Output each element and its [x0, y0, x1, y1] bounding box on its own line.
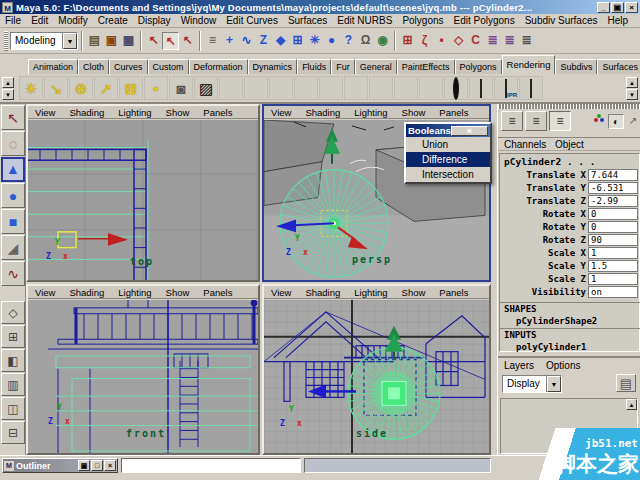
layout-single-pane-button[interactable]: ◇ [1, 301, 25, 324]
viewport-front[interactable]: View Shading Lighting Show Panels [26, 284, 260, 455]
paint-canvas-icon[interactable]: ▨ [194, 76, 218, 100]
toolbar-grip[interactable] [4, 31, 8, 51]
input-node-name[interactable]: polyCylinder1 [516, 342, 586, 352]
phong-material-icon[interactable] [294, 76, 318, 100]
channel-value-field[interactable]: -2.99 [588, 195, 638, 207]
directional-light-icon[interactable]: ⊕ [69, 76, 93, 100]
vp-menu-show[interactable]: Show [159, 287, 197, 298]
select-hierarchy-icon[interactable]: ↖ [145, 32, 162, 50]
menu-edit-curves[interactable]: Edit Curves [221, 15, 283, 26]
close-button[interactable]: × [625, 2, 638, 13]
snap-to-curves-icon[interactable]: ζ [416, 32, 433, 50]
shelf-tab-animation[interactable]: Animation [28, 59, 78, 74]
speed-slow-icon[interactable]: ◐ [608, 114, 624, 129]
shelf-tab-general[interactable]: General [355, 59, 397, 74]
menu-surfaces[interactable]: Surfaces [283, 15, 332, 26]
vp-menu-lighting[interactable]: Lighting [111, 107, 158, 118]
blinn-material-icon[interactable] [244, 76, 268, 100]
shape-name[interactable]: pCylinderShape2 [516, 316, 597, 326]
pickmask-surfaces-icon[interactable]: ◆ [272, 32, 289, 50]
menu-edit-nurbs[interactable]: Edit NURBS [332, 15, 397, 26]
construction-history-icon[interactable]: ≣ [518, 32, 535, 50]
pickmask-points-icon[interactable]: + [221, 32, 238, 50]
pickmask-curves-icon[interactable]: ∿ [238, 32, 255, 50]
shelf-tab-polygons[interactable]: Polygons [455, 59, 502, 74]
vp-menu-view[interactable]: View [264, 107, 298, 118]
layout-hypergraph-button[interactable]: ◫ [1, 397, 25, 420]
channel-colors-icon[interactable] [594, 118, 598, 122]
vp-menu-shading[interactable]: Shading [298, 107, 347, 118]
menu-window[interactable]: Window [176, 15, 222, 26]
select-tool-icon[interactable]: ↖ [1, 105, 25, 130]
shelf-scroll-up-icon[interactable]: ▲ [626, 77, 638, 88]
menu-display[interactable]: Display [133, 15, 176, 26]
shelf-tab-custom[interactable]: Custom [148, 59, 189, 74]
menu-set-selector[interactable]: Modeling ▼ [10, 32, 78, 50]
channel-manip-all-button[interactable]: ≡ [549, 111, 571, 131]
channel-value-field[interactable]: 0 [588, 221, 638, 233]
channel-value-field[interactable]: 1.5 [588, 260, 638, 272]
menu-item-union[interactable]: Union [406, 137, 490, 152]
shelf-tab-curves[interactable]: Curves [109, 59, 148, 74]
lock-icon[interactable]: Ω [357, 32, 374, 50]
booleans-menu-titlebar[interactable]: Booleans × [406, 124, 490, 137]
layout-persp-graph-button[interactable]: ▥ [1, 373, 25, 396]
camera-icon[interactable]: ◙ [169, 76, 193, 100]
pickmask-expand-icon[interactable]: ≡ [204, 32, 221, 50]
channel-value-field[interactable]: 1 [588, 247, 638, 259]
vp-menu-view[interactable]: View [28, 287, 62, 298]
channel-manip-default-button[interactable]: ≡ [525, 111, 547, 131]
vp-menu-panels[interactable]: Panels [196, 107, 239, 118]
vp-menu-view[interactable]: View [28, 107, 62, 118]
menu-item-difference[interactable]: Difference [406, 152, 490, 167]
shading-map-icon[interactable] [444, 76, 468, 100]
channel-value-field[interactable]: -6.531 [588, 182, 638, 194]
menu-subdiv-surfaces[interactable]: Subdiv Surfaces [520, 15, 603, 26]
channel-value-field[interactable]: 7.644 [588, 169, 638, 181]
phonge-material-icon[interactable] [319, 76, 343, 100]
scroll-up-icon[interactable]: ▲ [626, 399, 637, 410]
vp-menu-panels[interactable]: Panels [432, 107, 475, 118]
surface-shader-icon[interactable] [394, 76, 418, 100]
shelf-tab-deformation[interactable]: Deformation [189, 59, 248, 74]
shelf-tab-rendering[interactable]: Rendering [502, 55, 556, 74]
show-manipulator-tool-icon[interactable]: ◢ [1, 235, 25, 260]
vp-menu-shading[interactable]: Shading [298, 287, 347, 298]
menu-edit-polygons[interactable]: Edit Polygons [449, 15, 520, 26]
scale-tool-icon[interactable]: ■ [1, 209, 25, 234]
panel-grip[interactable] [498, 104, 640, 109]
pickmask-curves2-icon[interactable]: Z [255, 32, 272, 50]
shelf-tab-fur[interactable]: Fur [331, 59, 355, 74]
options-menu[interactable]: Options [546, 360, 580, 371]
vp-menu-show[interactable]: Show [395, 107, 433, 118]
ramp-shader-icon[interactable] [369, 76, 393, 100]
snap-to-points-icon[interactable]: • [433, 32, 450, 50]
pickmask-misc-icon[interactable]: ? [340, 32, 357, 50]
channel-value-field[interactable]: 90 [588, 234, 638, 246]
shelf-next-icon[interactable]: ▼ [2, 89, 14, 100]
ipr-render-icon[interactable]: IPR [494, 76, 518, 100]
viewport-side[interactable]: View Shading Lighting Show Panels [262, 284, 491, 455]
shelf-tab-subdivs[interactable]: Subdivs [555, 59, 597, 74]
maximize-icon[interactable]: □ [91, 460, 103, 471]
menu-file[interactable]: File [0, 15, 26, 26]
spot-light-icon[interactable]: ↘ [44, 76, 68, 100]
vp-menu-lighting[interactable]: Lighting [347, 107, 394, 118]
select-component-icon[interactable]: ↖ [179, 32, 196, 50]
new-scene-icon[interactable]: ▤ [86, 32, 103, 50]
shelf-tab-fluids[interactable]: Fluids [297, 59, 331, 74]
move-tool-icon[interactable]: ▲ [1, 157, 25, 182]
shelf-scroll-down-icon[interactable]: ▼ [626, 89, 638, 100]
area-light-icon[interactable]: ↗ [94, 76, 118, 100]
menu-modify[interactable]: Modify [53, 15, 92, 26]
restore-button[interactable]: ▣ [611, 2, 624, 13]
curve-edit-tool-icon[interactable]: ∿ [1, 261, 25, 286]
menu-create[interactable]: Create [93, 15, 133, 26]
shelf-tab-cloth[interactable]: Cloth [78, 59, 109, 74]
vp-menu-lighting[interactable]: Lighting [347, 287, 394, 298]
make-live-icon[interactable]: C [467, 32, 484, 50]
outliner-minimized-window[interactable]: M Outliner ▣ □ × [2, 458, 118, 473]
layout-multi-pane-button[interactable]: ⊟ [1, 421, 25, 444]
lambert-material-icon[interactable] [269, 76, 293, 100]
vp-menu-lighting[interactable]: Lighting [111, 287, 158, 298]
